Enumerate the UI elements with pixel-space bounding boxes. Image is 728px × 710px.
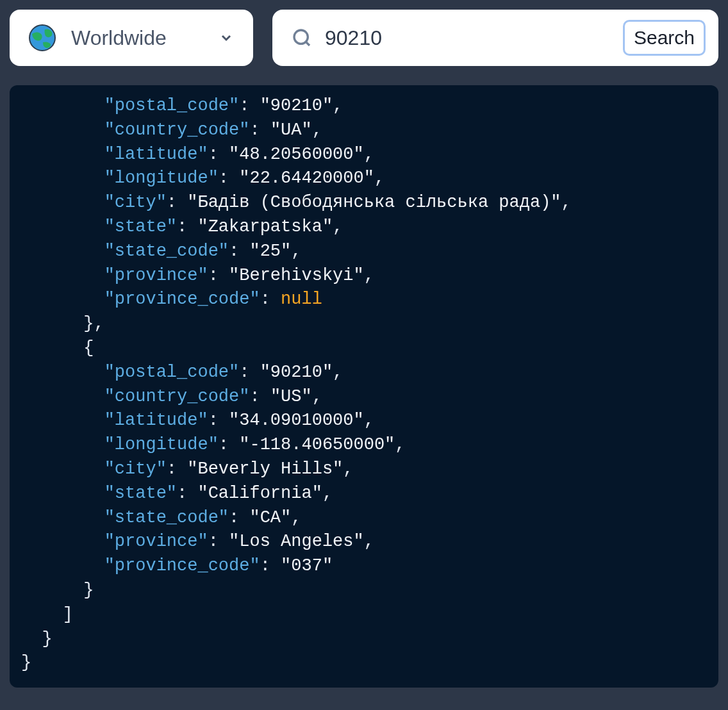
- search-input[interactable]: [325, 26, 610, 50]
- json-response-panel[interactable]: "postal_code": "90210", "country_code": …: [10, 85, 718, 688]
- top-bar: Worldwide Search: [10, 10, 718, 66]
- search-button[interactable]: Search: [623, 20, 706, 56]
- search-icon: [292, 28, 312, 48]
- chevron-down-icon: [219, 30, 234, 45]
- svg-point-1: [294, 30, 308, 44]
- svg-line-2: [306, 42, 310, 45]
- region-selector[interactable]: Worldwide: [10, 10, 253, 66]
- search-bar: Search: [272, 10, 718, 66]
- globe-icon: [29, 24, 56, 51]
- region-label: Worldwide: [71, 26, 203, 50]
